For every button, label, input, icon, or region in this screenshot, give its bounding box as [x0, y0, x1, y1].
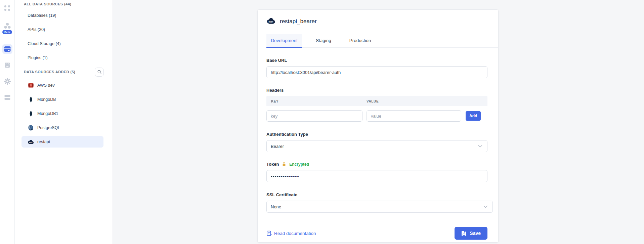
data-sources-icon[interactable] — [2, 44, 12, 54]
auth-type-select[interactable]: Bearer — [266, 140, 487, 152]
server-glyph — [4, 94, 11, 101]
all-data-sources-header: ALL DATA SOURCES (44) — [15, 1, 113, 7]
ssl-selected-value: None — [271, 204, 281, 209]
ssl-certificate-label: SSL Certificate — [266, 192, 487, 197]
added-header-row: DATA SOURCES ADDED (5) — [15, 66, 113, 78]
sidebar-item-mongodb1[interactable]: MongoDB1 — [15, 107, 113, 121]
sidebar-item-postgresql[interactable]: PostgreSQL — [15, 121, 113, 135]
sidebar-item-restapi[interactable]: REST restapi — [15, 135, 113, 149]
encrypted-badge: Encrypted — [289, 162, 309, 167]
settings-gear-icon[interactable] — [2, 77, 12, 86]
header-value-input[interactable] — [367, 110, 461, 122]
sidebar-item-databases[interactable]: Databases (19) — [15, 8, 113, 23]
save-floppy-icon — [461, 231, 467, 236]
tab-staging[interactable]: Staging — [311, 34, 336, 47]
auth-type-selected-value: Bearer — [271, 144, 284, 149]
read-documentation-link[interactable]: Read documentation — [266, 231, 316, 236]
search-button[interactable] — [95, 68, 104, 77]
wallet-glyph — [3, 45, 11, 53]
added-sources-list: AWS dev MongoDB MongoDB1 — [15, 78, 113, 149]
save-button-label: Save — [470, 231, 481, 236]
gear-glyph — [4, 78, 11, 85]
category-list: Databases (19) APIs (20) Cloud Storage (… — [15, 8, 113, 65]
data-sources-sidebar: ALL DATA SOURCES (44) Databases (19) API… — [15, 0, 113, 244]
sidebar-item-apis[interactable]: APIs (20) — [15, 23, 113, 37]
workflows-icon[interactable] — [2, 21, 12, 31]
dots-grid-glyph — [4, 5, 10, 11]
base-url-label: Base URL — [266, 58, 487, 63]
tab-production[interactable]: Production — [345, 34, 375, 47]
doc-link-label: Read documentation — [274, 231, 316, 236]
sidebar-item-cloud-storage[interactable]: Cloud Storage (4) — [15, 37, 113, 51]
card-footer: Read documentation Save — [266, 227, 487, 240]
document-icon — [266, 231, 272, 236]
beta-badge: Beta — [2, 30, 12, 34]
svg-text:REST: REST — [29, 142, 33, 143]
token-input[interactable] — [266, 170, 487, 182]
card-header: REST restapi_bearer — [266, 10, 487, 26]
chevron-down-icon — [483, 205, 488, 208]
headers-table-head: KEY VALUE — [266, 96, 487, 106]
base-url-input[interactable] — [266, 66, 487, 78]
value-column-header: VALUE — [367, 99, 379, 103]
postgresql-icon — [28, 125, 34, 131]
aws-icon — [28, 82, 34, 89]
search-icon — [97, 70, 102, 74]
mongodb-icon — [28, 96, 34, 103]
auth-type-label: Authentication Type — [266, 132, 487, 137]
data-sources-added-header: DATA SOURCES ADDED (5) — [15, 69, 75, 75]
rest-cloud-icon: REST — [28, 139, 34, 145]
rest-cloud-icon: REST — [266, 18, 275, 26]
page-title: restapi_bearer — [280, 18, 317, 25]
chevron-down-icon — [478, 145, 482, 148]
ssl-certificate-select[interactable]: None — [266, 201, 493, 213]
data-source-config-card: REST restapi_bearer Development Staging … — [257, 9, 499, 243]
svg-text:REST: REST — [269, 21, 274, 23]
sidebar-item-mongodb[interactable]: MongoDB — [15, 92, 113, 107]
source-label: MongoDB — [37, 97, 56, 102]
headers-label: Headers — [266, 88, 487, 93]
header-key-input[interactable] — [266, 110, 362, 122]
connection-form: Base URL Headers KEY VALUE Add Authentic… — [266, 58, 487, 240]
key-column-header: KEY — [266, 99, 367, 103]
token-label-row: Token Encrypted — [266, 162, 487, 167]
add-header-button[interactable]: Add — [466, 111, 481, 121]
cluster-glyph — [4, 23, 11, 29]
save-button[interactable]: Save — [455, 227, 487, 240]
source-label: AWS dev — [37, 83, 55, 88]
token-label: Token — [266, 162, 279, 167]
storefront-glyph — [4, 62, 11, 69]
lock-icon — [282, 162, 286, 166]
tab-development[interactable]: Development — [266, 34, 302, 48]
source-label: MongoDB1 — [37, 111, 58, 116]
audit-logs-icon[interactable] — [2, 93, 12, 102]
source-label: PostgreSQL — [37, 125, 60, 130]
headers-input-row: Add — [266, 110, 487, 122]
marketplace-icon[interactable] — [2, 60, 12, 70]
mongodb-icon — [28, 111, 34, 117]
source-label: restapi — [37, 139, 50, 144]
environment-tabs: Development Staging Production — [266, 34, 498, 48]
sidebar-item-plugins[interactable]: Plugins (1) — [15, 51, 113, 65]
app-rail: Beta — [0, 0, 15, 244]
sidebar-item-aws-dev[interactable]: AWS dev — [15, 78, 113, 92]
apps-grid-icon[interactable] — [2, 3, 12, 13]
